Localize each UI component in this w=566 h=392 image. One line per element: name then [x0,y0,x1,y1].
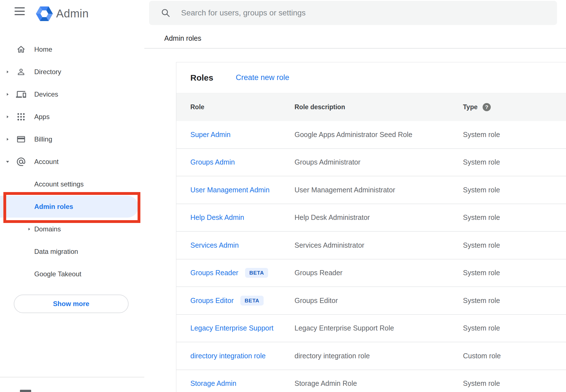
cut-off-icon [20,390,31,392]
credit-card-icon [16,134,26,145]
chevron-right-icon[interactable] [5,137,10,142]
role-link[interactable]: Storage Admin [190,379,236,388]
hamburger-menu-icon[interactable] [15,7,25,16]
role-link[interactable]: Services Admin [190,241,239,249]
column-header-type: Type ? [463,103,566,111]
role-type: System role [463,269,566,277]
sidebar-item-devices[interactable]: Devices [0,83,144,106]
breadcrumb: Admin roles [164,34,201,42]
sidebar-subitem-label: Account settings [34,180,84,188]
sidebar-item-directory[interactable]: Directory [0,61,144,83]
sidebar-item-billing[interactable]: Billing [0,128,144,151]
role-type: System role [463,297,566,305]
roles-panel: Roles Create new role Role Role descript… [176,62,566,392]
chevron-right-icon[interactable] [5,114,10,119]
role-cell: User Management Admin [190,186,295,194]
table-row: Storage AdminStorage Admin RoleSystem ro… [176,370,566,392]
role-cell: Services Admin [190,241,295,249]
role-type: System role [463,379,566,388]
role-type: System role [463,186,566,194]
admin-hexagon-logo [36,6,53,21]
person-icon [16,67,26,77]
sidebar-subitem-label: Domains [34,225,61,233]
sidebar-subitem-google-takeout[interactable]: Google Takeout [0,263,144,285]
role-cell: Groups EditorBETA [190,296,295,306]
column-header-description: Role description [295,103,463,111]
sidebar-item-label: Billing [34,135,52,143]
sidebar-item-label: Account [34,158,59,166]
role-link[interactable]: Help Desk Admin [190,213,244,222]
role-link[interactable]: directory integration role [190,352,266,360]
role-description: directory integration role [295,352,463,360]
sidebar-subitem-label: Data migration [34,248,78,256]
role-link[interactable]: Groups Editor [190,297,234,305]
role-cell: Help Desk Admin [190,213,295,222]
sidebar-bottom-divider [0,377,144,377]
role-cell: Storage Admin [190,379,295,388]
sidebar-header: Admin [0,0,144,28]
role-type: System role [463,131,566,139]
role-description: Storage Admin Role [295,379,463,388]
role-cell: directory integration role [190,352,295,360]
apps-grid-icon [16,111,26,122]
beta-badge: BETA [240,296,263,306]
role-cell: Groups Admin [190,158,295,166]
role-description: Groups Editor [295,297,463,305]
role-link[interactable]: Groups Admin [190,158,235,166]
create-new-role-link[interactable]: Create new role [236,73,289,82]
role-description: User Management Administrator [295,186,463,194]
sidebar-item-account[interactable]: Account [0,151,144,173]
role-type: Custom role [463,352,566,360]
google-admin-console: Admin HomeDirectoryDevicesAppsBillingAcc… [0,0,566,392]
role-cell: Super Admin [190,131,295,139]
sidebar-subitem-domains[interactable]: Domains [0,218,144,240]
home-icon [16,44,26,55]
role-description: Legacy Enterprise Support Role [295,324,463,332]
roles-table-body: Super AdminGoogle Apps Administrator See… [176,121,566,392]
role-cell: Legacy Enterprise Support [190,324,295,332]
role-cell: Groups ReaderBETA [190,268,295,278]
beta-badge: BETA [245,268,268,278]
panel-title: Roles [190,73,213,83]
sidebar-subitem-admin-roles[interactable]: Admin roles [0,195,144,218]
at-sign-icon [16,156,26,167]
sidebar-item-label: Directory [34,68,61,76]
role-description: Services Administrator [295,241,463,249]
table-row: Help Desk AdminHelp Desk AdministratorSy… [176,204,566,232]
chevron-right-icon[interactable] [27,227,32,232]
role-type: System role [463,241,566,249]
roles-table-header: Role Role description Type ? [176,93,566,121]
table-row: User Management AdminUser Management Adm… [176,176,566,204]
role-link[interactable]: User Management Admin [190,186,270,194]
sidebar-subitem-account-settings[interactable]: Account settings [0,173,144,195]
search-icon [161,8,170,18]
sidebar-item-apps[interactable]: Apps [0,106,144,128]
sidebar-item-label: Home [34,45,52,53]
sidebar-nav: HomeDirectoryDevicesAppsBillingAccountAc… [0,38,144,285]
sidebar: Admin HomeDirectoryDevicesAppsBillingAcc… [0,0,144,392]
role-link[interactable]: Legacy Enterprise Support [190,324,273,332]
role-link[interactable]: Super Admin [190,131,230,139]
role-link[interactable]: Groups Reader [190,269,238,277]
role-description: Help Desk Administrator [295,213,463,222]
table-row: Legacy Enterprise SupportLegacy Enterpri… [176,315,566,343]
role-type: System role [463,158,566,166]
sidebar-item-home[interactable]: Home [0,38,144,61]
role-type: System role [463,324,566,332]
chevron-down-icon[interactable] [5,159,10,164]
roles-panel-header: Roles Create new role [176,62,566,93]
main-area: Admin roles Roles Create new role Role R… [144,0,566,392]
table-row: Services AdminServices AdministratorSyst… [176,232,566,259]
search-bar[interactable] [149,1,557,25]
help-icon[interactable]: ? [483,103,491,111]
show-more-button[interactable]: Show more [14,295,129,313]
search-input[interactable] [181,8,518,17]
chevron-right-icon[interactable] [5,92,10,97]
column-header-role: Role [190,103,295,111]
sidebar-subitem-data-migration[interactable]: Data migration [0,240,144,263]
sidebar-item-label: Apps [34,113,50,121]
role-description: Groups Administrator [295,158,463,166]
sidebar-subitem-label: Google Takeout [34,270,81,278]
header-divider [144,48,566,49]
chevron-right-icon[interactable] [5,69,10,74]
